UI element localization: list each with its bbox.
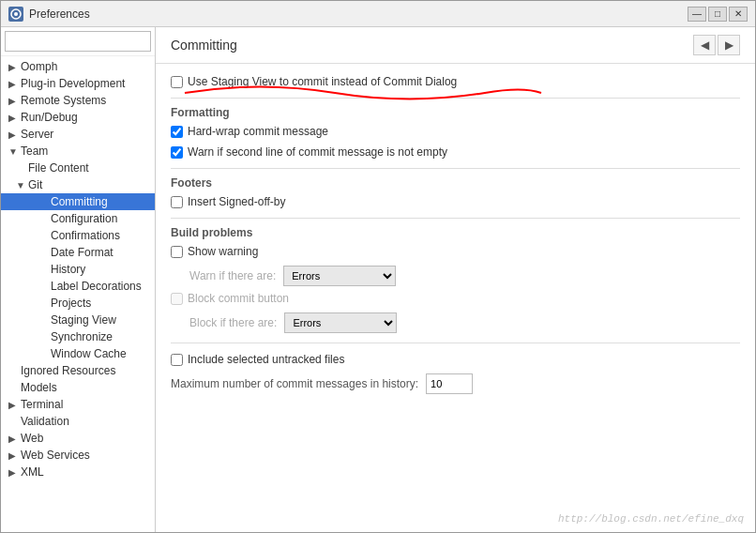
sidebar-item-plugin-dev[interactable]: ▶ Plug-in Development xyxy=(1,75,155,92)
untracked-checkbox[interactable] xyxy=(171,354,183,366)
expand-icon: ▼ xyxy=(16,180,25,190)
show-warning-label[interactable]: Show warning xyxy=(171,245,258,258)
expand-icon: ▶ xyxy=(8,467,18,478)
sidebar-item-window-cache[interactable]: Window Cache xyxy=(1,345,155,362)
staging-view-checkbox[interactable] xyxy=(171,76,183,88)
sidebar-item-validation[interactable]: Validation xyxy=(1,413,155,430)
expand-icon: ▶ xyxy=(8,79,18,89)
sidebar-item-configuration[interactable]: Configuration xyxy=(1,210,155,227)
sidebar-item-label: Synchronize xyxy=(51,330,113,343)
sidebar-item-models[interactable]: Models xyxy=(1,379,155,396)
sidebar-item-label: Models xyxy=(21,381,57,394)
sidebar-item-server[interactable]: ▶ Server xyxy=(1,126,155,143)
block-dropdown[interactable]: Errors xyxy=(284,312,397,333)
signed-off-row: Insert Signed-off-by xyxy=(171,195,740,208)
max-history-label: Maximum number of commit messages in his… xyxy=(171,377,418,390)
forward-button[interactable]: ▶ xyxy=(718,35,740,55)
sidebar-item-remote-systems[interactable]: ▶ Remote Systems xyxy=(1,92,155,109)
max-history-input[interactable] xyxy=(426,373,473,394)
sidebar-item-label: Oomph xyxy=(21,60,57,73)
sidebar-item-web[interactable]: ▶ Web xyxy=(1,430,155,447)
main-content: ▶ Oomph ▶ Plug-in Development ▶ Remote S… xyxy=(1,27,755,532)
panel-title: Committing xyxy=(171,38,237,53)
expand-icon: ▶ xyxy=(8,62,18,72)
expand-icon: ▶ xyxy=(8,129,18,140)
sidebar-item-history[interactable]: History xyxy=(1,261,155,278)
sidebar-item-label: Terminal xyxy=(21,398,63,411)
sidebar: ▶ Oomph ▶ Plug-in Development ▶ Remote S… xyxy=(1,27,156,532)
block-commit-text: Block commit button xyxy=(188,292,289,305)
staging-view-text: Use Staging View to commit instead of Co… xyxy=(188,75,457,88)
sidebar-item-xml[interactable]: ▶ XML xyxy=(1,464,155,480)
sidebar-item-date-format[interactable]: Date Format xyxy=(1,244,155,261)
sidebar-item-label: Committing xyxy=(51,195,108,208)
sidebar-item-projects[interactable]: Projects xyxy=(1,295,155,312)
warn-second-text: Warn if second line of commit message is… xyxy=(188,145,447,159)
signed-off-label[interactable]: Insert Signed-off-by xyxy=(171,195,286,208)
expand-icon: ▶ xyxy=(8,96,18,106)
watermark: http://blog.csdn.net/efine_dxq xyxy=(558,513,744,525)
warn-second-label[interactable]: Warn if second line of commit message is… xyxy=(171,145,447,159)
panel-header: Committing ◀ ▶ xyxy=(156,27,755,64)
staging-view-label[interactable]: Use Staging View to commit instead of Co… xyxy=(171,75,457,88)
sidebar-item-staging-view[interactable]: Staging View xyxy=(1,312,155,328)
sidebar-item-web-services[interactable]: ▶ Web Services xyxy=(1,447,155,464)
sidebar-item-committing[interactable]: Committing xyxy=(1,193,155,210)
sidebar-item-label: Remote Systems xyxy=(21,94,106,107)
sidebar-item-oomph[interactable]: ▶ Oomph xyxy=(1,58,155,75)
window-title: Preferences xyxy=(29,8,90,21)
sidebar-item-label: Date Format xyxy=(51,246,113,259)
separator xyxy=(171,343,740,343)
show-warning-checkbox[interactable] xyxy=(171,246,183,258)
untracked-label[interactable]: Include selected untracked files xyxy=(171,353,344,366)
show-warning-row: Show warning xyxy=(171,245,740,258)
sidebar-item-label: Team xyxy=(21,145,48,158)
search-box xyxy=(1,27,155,56)
hardwrap-label[interactable]: Hard-wrap commit message xyxy=(171,125,328,138)
sidebar-item-ignored-resources[interactable]: Ignored Resources xyxy=(1,362,155,379)
sidebar-item-label-decorations[interactable]: Label Decorations xyxy=(1,278,155,295)
close-button[interactable]: ✕ xyxy=(729,7,748,22)
expand-icon: ▼ xyxy=(8,146,18,157)
minimize-button[interactable]: — xyxy=(688,7,706,22)
sidebar-item-file-content[interactable]: File Content xyxy=(1,160,155,176)
back-button[interactable]: ◀ xyxy=(693,35,716,55)
preferences-icon xyxy=(8,7,23,22)
preferences-window: Preferences — □ ✕ ▶ Oomph ▶ Plug-in xyxy=(0,0,756,533)
panel-content: Use Staging View to commit instead of Co… xyxy=(156,64,755,532)
signed-off-checkbox[interactable] xyxy=(171,196,183,208)
sidebar-item-label: Window Cache xyxy=(51,347,127,360)
warn-second-checkbox[interactable] xyxy=(171,146,183,159)
expand-icon: ▶ xyxy=(8,113,18,123)
sidebar-item-label: XML xyxy=(21,465,44,479)
sidebar-item-git[interactable]: ▼ Git xyxy=(1,176,155,193)
sidebar-item-label: Server xyxy=(21,128,53,141)
sidebar-item-synchronize[interactable]: Synchronize xyxy=(1,328,155,345)
search-input[interactable] xyxy=(5,31,151,52)
hardwrap-checkbox[interactable] xyxy=(171,126,183,138)
sidebar-item-label: Configuration xyxy=(51,212,117,225)
sidebar-item-label: Label Decorations xyxy=(51,280,142,293)
block-commit-label[interactable]: Block commit button xyxy=(171,292,289,305)
svg-point-1 xyxy=(14,12,18,16)
untracked-text: Include selected untracked files xyxy=(188,353,344,366)
sidebar-item-terminal[interactable]: ▶ Terminal xyxy=(1,396,155,413)
block-commit-checkbox[interactable] xyxy=(171,293,183,305)
maximize-button[interactable]: □ xyxy=(708,7,727,22)
sidebar-item-label: Validation xyxy=(21,415,69,428)
expand-icon: ▶ xyxy=(8,400,18,410)
expand-icon: ▶ xyxy=(8,450,18,461)
window-controls: — □ ✕ xyxy=(688,7,748,22)
block-if-row: Block if there are: Errors xyxy=(189,312,740,333)
block-commit-row: Block commit button xyxy=(171,292,740,305)
sidebar-item-run-debug[interactable]: ▶ Run/Debug xyxy=(1,109,155,126)
sidebar-item-team[interactable]: ▼ Team xyxy=(1,143,155,160)
staging-view-row: Use Staging View to commit instead of Co… xyxy=(171,75,740,88)
sidebar-item-label: File Content xyxy=(28,161,89,175)
right-panel: Committing ◀ ▶ Use Staging View to commi… xyxy=(156,27,755,532)
sidebar-item-confirmations[interactable]: Confirmations xyxy=(1,227,155,244)
expand-icon: ▶ xyxy=(8,434,18,444)
warn-dropdown[interactable]: Errors xyxy=(283,266,396,286)
panel-wrapper: Committing ◀ ▶ Use Staging View to commi… xyxy=(156,27,755,532)
hardwrap-row: Hard-wrap commit message xyxy=(171,125,740,138)
